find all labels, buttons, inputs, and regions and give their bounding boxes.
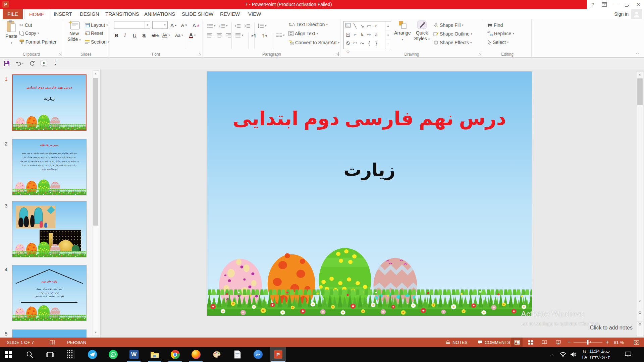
shape-left-brace-icon[interactable]: { — [366, 39, 373, 48]
save-button[interactable] — [3, 59, 11, 67]
search-button[interactable] — [22, 347, 38, 362]
layout-button[interactable]: Layout▾ — [85, 21, 108, 29]
thumb-scroll-up-arrow[interactable]: ▲ — [93, 71, 99, 76]
avatar[interactable] — [631, 9, 642, 19]
thumbnail-scrollbar[interactable]: ▲ ▼ — [93, 70, 99, 336]
font-size-combo[interactable]: ▾ — [152, 21, 168, 29]
grow-font-button[interactable]: A▲ — [170, 21, 177, 29]
drawing-dialog-launcher[interactable]: ↘ — [478, 52, 481, 56]
shape-effects-button[interactable]: Shape Effects▾ — [433, 39, 472, 47]
zoom-out-button[interactable]: − — [568, 338, 571, 347]
section-button[interactable]: Section▾ — [85, 38, 109, 46]
tab-review[interactable]: REVIEW — [215, 9, 245, 19]
firefox-icon[interactable] — [188, 347, 204, 362]
paint-icon[interactable] — [209, 347, 224, 362]
notes-placeholder[interactable]: Click to add notes — [590, 325, 633, 331]
slide-sorter-view-button[interactable] — [525, 338, 536, 347]
bold-button[interactable]: B — [115, 31, 118, 39]
shape-elbow-icon[interactable]: ⌐ — [352, 31, 359, 39]
tab-view[interactable]: VIEW — [244, 9, 266, 19]
paste-button[interactable]: Paste ▾ — [2, 20, 21, 46]
tab-slide-show[interactable]: SLIDE SHOW — [177, 9, 218, 19]
zoom-level[interactable]: 81 % — [614, 338, 624, 347]
shape-right-brace-icon[interactable]: } — [373, 39, 380, 48]
language-indicator[interactable]: PERSIAN — [67, 338, 86, 347]
reading-view-button[interactable] — [539, 338, 550, 347]
bullets-dropdown-arrow[interactable]: ▾ — [214, 24, 216, 27]
format-painter-button[interactable]: Format Painter — [19, 38, 57, 46]
shape-line-icon[interactable]: ╲ — [352, 22, 359, 30]
find-button[interactable]: Find — [487, 21, 503, 29]
select-button[interactable]: Select▾ — [487, 38, 508, 46]
tray-expand-chevron[interactable]: ︿ — [547, 347, 557, 362]
blue-circle-app-icon[interactable] — [250, 347, 266, 362]
slide-thumbnail-2[interactable]: درس در یک نگاه حرم امام رضا (ع) در شهر م… — [12, 139, 87, 195]
ribbon-display-options-icon[interactable] — [598, 0, 610, 9]
copy-dropdown-arrow[interactable]: ▾ — [38, 32, 39, 35]
main-scrollbar[interactable]: ▲ ▼ — [637, 71, 643, 337]
shape-scribble-icon[interactable]: ∿ — [344, 39, 352, 48]
next-slide-button[interactable] — [637, 321, 643, 327]
undo-dropdown-arrow[interactable]: ▾ — [21, 62, 23, 65]
slide-thumbnail-1[interactable]: درس نهم فارسی دوم ابتدایی زیارت — [12, 74, 87, 131]
zoom-in-button[interactable]: + — [606, 338, 609, 347]
powerpoint-taskbar-icon[interactable]: P — [270, 347, 286, 362]
chrome-icon[interactable] — [167, 347, 183, 362]
shape-right-arrow-icon[interactable]: ⇨ — [366, 31, 373, 39]
shrink-font-button[interactable]: A▼ — [181, 21, 187, 29]
shapes-scroll-down[interactable]: ▼ — [385, 31, 391, 40]
ltr-text-direction-button[interactable]: ▸¶ — [252, 31, 256, 39]
word-icon[interactable]: W — [126, 347, 142, 362]
clear-formatting-button[interactable]: A◢ — [193, 21, 199, 29]
shape-fill-button[interactable]: Shape Fill▾ — [433, 21, 464, 29]
shape-curve-icon[interactable]: 〜 — [359, 39, 366, 48]
notes-button[interactable]: NOTES — [445, 338, 468, 347]
task-view-button[interactable] — [42, 347, 58, 362]
increase-indent-button[interactable] — [244, 22, 250, 30]
tab-design[interactable]: DESIGN — [75, 9, 104, 19]
character-spacing-button[interactable]: AV▾ — [162, 31, 170, 39]
font-name-combo[interactable]: ▾ — [114, 21, 150, 29]
tab-insert[interactable]: INSERT — [49, 9, 77, 19]
shape-down-arrow-icon[interactable]: ⇩ — [373, 31, 380, 39]
shape-oval-icon[interactable]: ○ — [373, 22, 380, 30]
shape-outline-button[interactable]: Shape Outline▾ — [433, 30, 472, 38]
previous-slide-button[interactable] — [637, 311, 643, 316]
shape-elbow-arrow-icon[interactable]: ↳ — [359, 31, 366, 39]
arrange-button[interactable]: Arrange ▾ — [393, 20, 412, 43]
start-from-beginning-button[interactable] — [39, 59, 49, 67]
clipboard-dialog-launcher[interactable]: ↘ — [58, 52, 61, 56]
action-center-icon[interactable] — [621, 347, 635, 362]
keypad-app-icon[interactable] — [63, 347, 78, 362]
slide-thumbnail-5[interactable] — [12, 329, 87, 338]
thumb-scrollbar-thumb[interactable] — [93, 78, 98, 226]
line-spacing-button[interactable]: ▾ — [258, 22, 267, 30]
spell-check-icon[interactable] — [50, 338, 55, 347]
replace-button[interactable]: ab→ac Replace▾ — [487, 29, 514, 38]
numbering-button[interactable]: 123 ▾ — [219, 22, 228, 30]
wifi-icon[interactable] — [557, 347, 568, 362]
main-scrollbar-thumb[interactable] — [637, 78, 643, 105]
reset-button[interactable]: Reset — [85, 29, 103, 37]
tab-transitions[interactable]: TRANSITIONS — [101, 9, 144, 19]
slide-canvas[interactable]: درس نهم فارسی دوم ابتدایی زیارت — [207, 71, 532, 316]
undo-button[interactable]: ▾ — [13, 59, 25, 67]
shapes-gallery[interactable]: A╲↘▭○▢ △⌐↳⇨⇩⬠ ∿◠〜{}☆ ▲ ▼ ⌄ — [343, 21, 391, 49]
decrease-indent-button[interactable] — [235, 22, 240, 30]
slide-counter[interactable]: SLIDE 1 OF 7 — [7, 338, 34, 347]
justify-button[interactable]: ▾ — [235, 31, 244, 39]
shape-arc-icon[interactable]: ◠ — [352, 39, 359, 48]
quick-styles-button[interactable]: QuickStyles ▾ — [413, 20, 431, 42]
font-dialog-launcher[interactable]: ↘ — [198, 52, 201, 56]
help-icon[interactable]: ? — [587, 0, 598, 9]
align-text-button[interactable]: Align Text▾ — [288, 29, 318, 38]
zoom-slider[interactable] — [574, 338, 602, 347]
customize-qat-button[interactable]: ▔▾ — [52, 59, 59, 67]
change-case-button[interactable]: Aa▾ — [175, 31, 183, 39]
new-slide-button[interactable]: NewSlide ▾ — [65, 20, 84, 43]
minimize-button[interactable]: — — [610, 0, 621, 9]
telegram-icon[interactable] — [85, 347, 100, 362]
shapes-scroll-up[interactable]: ▲ — [385, 21, 391, 31]
cut-button[interactable]: ✂ Cut — [19, 21, 32, 29]
line-spacing-dropdown-arrow[interactable]: ▾ — [265, 24, 267, 27]
